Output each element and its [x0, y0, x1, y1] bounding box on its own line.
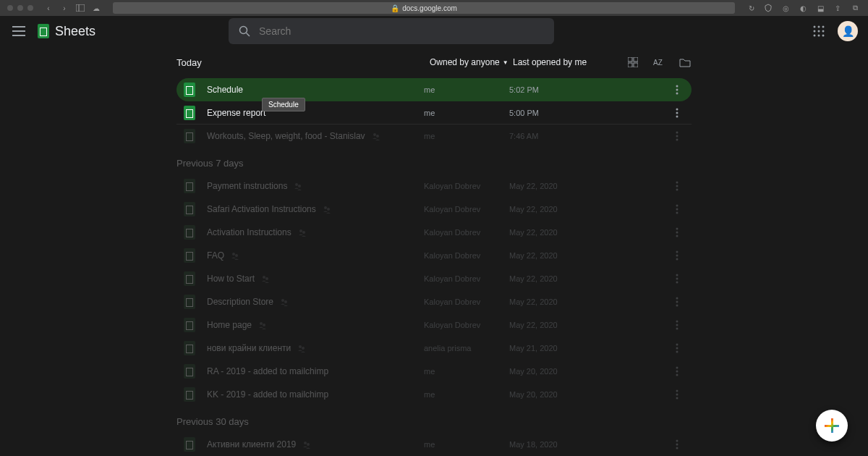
file-row[interactable]: Schedule me 5:02 PM	[176, 78, 692, 101]
svg-point-77	[676, 397, 678, 400]
search-icon	[239, 25, 250, 37]
sheets-logo-icon	[38, 24, 49, 38]
traffic-close[interactable]	[7, 5, 13, 11]
sheets-file-icon	[184, 129, 195, 143]
ext1-icon[interactable]: ◎	[780, 2, 791, 14]
file-owner: Kaloyan Dobrev	[424, 274, 509, 283]
nav-forward-icon[interactable]: ›	[58, 1, 71, 14]
shared-icon	[322, 204, 332, 214]
svg-rect-19	[634, 63, 638, 67]
sidebar-icon[interactable]	[74, 1, 87, 14]
file-date: May 22, 2020	[509, 228, 670, 237]
more-actions-button[interactable]	[670, 202, 684, 216]
svg-point-64	[676, 321, 678, 323]
grid-view-icon[interactable]	[626, 56, 639, 69]
file-name: Workouts, Sleep, weight, food - Stanisla…	[207, 131, 424, 141]
svg-point-80	[676, 440, 678, 442]
file-date: May 18, 2020	[509, 440, 670, 449]
svg-point-11	[818, 30, 820, 33]
nav-back-icon[interactable]: ‹	[42, 1, 55, 14]
file-owner: Kaloyan Dobrev	[424, 297, 509, 306]
sheets-file-icon	[184, 202, 195, 216]
sheets-file-icon	[184, 437, 195, 452]
traffic-maximize[interactable]	[27, 5, 33, 11]
file-row[interactable]: Активни клиенти 2019 me May 18, 2020	[176, 433, 692, 456]
shield-icon[interactable]	[762, 2, 774, 14]
file-owner: me	[424, 367, 509, 376]
cloud-icon[interactable]: ☁	[90, 1, 103, 14]
apps-grid-icon[interactable]	[810, 22, 827, 40]
more-actions-button[interactable]	[670, 271, 684, 286]
file-owner: me	[424, 109, 509, 117]
file-owner: Kaloyan Dobrev	[424, 251, 509, 260]
svg-point-30	[676, 135, 678, 138]
address-bar[interactable]: 🔒 docs.google.com	[113, 2, 735, 14]
sort-az-icon[interactable]: AZ	[652, 56, 665, 69]
file-row[interactable]: Workouts, Sleep, weight, food - Stanisla…	[176, 124, 692, 148]
file-name: нови крайни клиенти	[207, 343, 424, 353]
more-actions-button[interactable]	[670, 295, 684, 309]
svg-point-24	[676, 108, 678, 110]
main-menu-button[interactable]	[10, 22, 27, 40]
search-input[interactable]	[259, 25, 544, 37]
folder-icon[interactable]	[678, 56, 692, 69]
file-row[interactable]: Expense report me 5:00 PM	[176, 101, 692, 124]
more-actions-button[interactable]	[670, 437, 684, 452]
file-owner: anelia prisma	[424, 344, 509, 352]
more-actions-button[interactable]	[670, 318, 684, 332]
ext2-icon[interactable]: ◐	[797, 2, 809, 14]
more-actions-button[interactable]	[670, 225, 684, 240]
app-logo[interactable]: Sheets	[38, 24, 95, 39]
file-row[interactable]: How to Start Kaloyan Dobrev May 22, 2020	[176, 267, 692, 290]
more-actions-button[interactable]	[670, 83, 684, 97]
more-actions-button[interactable]	[670, 106, 684, 120]
file-row[interactable]: Home page Kaloyan Dobrev May 22, 2020	[176, 313, 692, 337]
svg-point-81	[676, 444, 678, 446]
file-row[interactable]: Activation Instructions Kaloyan Dobrev M…	[176, 221, 692, 244]
more-actions-button[interactable]	[670, 248, 684, 263]
svg-point-49	[676, 251, 678, 253]
file-row[interactable]: FAQ Kaloyan Dobrev May 22, 2020	[176, 244, 692, 267]
section-label: Today	[176, 57, 430, 68]
svg-point-26	[676, 115, 678, 117]
file-row[interactable]: нови крайни клиенти anelia prisma May 21…	[176, 337, 692, 360]
svg-point-23	[676, 93, 678, 95]
file-name: Активни клиенти 2019	[207, 439, 424, 449]
plus-icon	[825, 418, 839, 433]
svg-line-6	[247, 33, 250, 37]
file-date: 5:00 PM	[509, 109, 670, 117]
file-row[interactable]: RA - 2019 - added to mailchimp me May 20…	[176, 360, 692, 383]
tabs-icon[interactable]: ⧉	[849, 2, 861, 14]
svg-point-31	[676, 139, 678, 141]
svg-point-14	[818, 35, 820, 37]
svg-point-29	[676, 132, 678, 134]
sheets-file-icon	[184, 179, 195, 193]
content-area: Today Owned by anyone ▼ Last opened by m…	[0, 46, 868, 456]
sheets-file-icon	[184, 271, 195, 286]
more-actions-button[interactable]	[670, 129, 684, 143]
section-header: Previous 7 days	[176, 148, 692, 174]
more-actions-button[interactable]	[670, 364, 684, 379]
file-owner: me	[424, 390, 509, 399]
svg-text:AZ: AZ	[653, 59, 663, 67]
file-owner: me	[424, 85, 509, 94]
share-icon[interactable]: ⇪	[832, 2, 843, 14]
search-bar[interactable]	[229, 18, 554, 44]
file-owner: me	[424, 440, 509, 449]
file-row[interactable]: Safari Activation Instructions Kaloyan D…	[176, 198, 692, 221]
create-new-button[interactable]	[816, 410, 848, 442]
more-actions-button[interactable]	[670, 341, 684, 355]
file-row[interactable]: KK - 2019 - added to mailchimp me May 20…	[176, 383, 692, 406]
user-avatar[interactable]: 👤	[838, 21, 858, 41]
traffic-minimize[interactable]	[17, 5, 23, 11]
owner-filter-dropdown[interactable]: Owned by anyone ▼	[430, 57, 513, 67]
file-row[interactable]: Description Store Kaloyan Dobrev May 22,…	[176, 290, 692, 313]
more-actions-button[interactable]	[670, 179, 684, 193]
more-actions-button[interactable]	[670, 387, 684, 402]
file-row[interactable]: Payment instructions Kaloyan Dobrev May …	[176, 174, 692, 198]
ext3-icon[interactable]: ⬓	[814, 2, 826, 14]
file-date: May 20, 2020	[509, 390, 670, 399]
svg-point-74	[676, 374, 678, 376]
svg-point-73	[676, 371, 678, 373]
reload-icon[interactable]: ↻	[745, 1, 758, 14]
